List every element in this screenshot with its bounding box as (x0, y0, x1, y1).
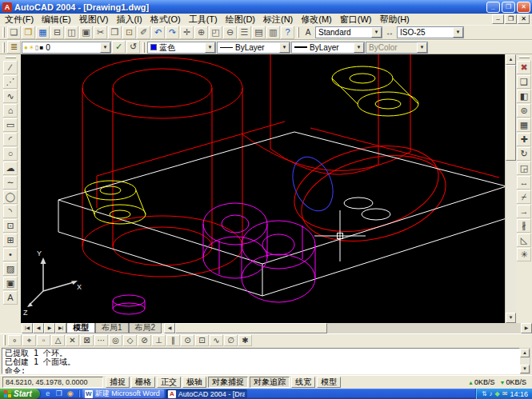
polygon-icon[interactable]: ⌂ (3, 104, 18, 118)
quicklaunch-ie-icon[interactable]: e (43, 389, 53, 398)
toolbar-grip[interactable] (297, 27, 299, 38)
start-button[interactable]: Start (0, 389, 40, 399)
trim-icon[interactable]: ⌿ (517, 190, 531, 204)
drawing-area[interactable]: Y X Z (21, 54, 505, 323)
text-style-combo[interactable]: Standard ▼ (315, 26, 382, 38)
snap-tangent-icon[interactable]: ⊘ (138, 335, 151, 346)
scroll-right-button[interactable]: ▶ (521, 323, 532, 333)
menu-draw[interactable]: 绘图(D) (222, 14, 259, 25)
snap-extension-icon[interactable]: ⋯ (94, 335, 108, 346)
arc-icon[interactable]: ◜ (3, 133, 18, 146)
tab-model[interactable]: 模型 (66, 323, 95, 333)
chevron-down-icon[interactable]: ▼ (453, 27, 463, 38)
offset-icon[interactable]: ⊚ (517, 104, 531, 118)
menu-edit[interactable]: 编辑(E) (38, 14, 75, 25)
break-icon[interactable]: ∦ (517, 219, 531, 233)
chevron-down-icon[interactable]: ▼ (354, 42, 364, 53)
command-prompt[interactable]: 命令: (5, 366, 517, 374)
toolbar-grip[interactable] (142, 42, 145, 53)
plot-icon[interactable]: ⊟ (50, 26, 64, 39)
menu-window[interactable]: 窗口(W) (336, 14, 376, 25)
construction-line-icon[interactable]: ⋰ (3, 75, 18, 89)
revision-cloud-icon[interactable]: ☁ (3, 162, 18, 175)
properties-icon[interactable]: ☰ (238, 26, 251, 39)
circle-icon[interactable]: ○ (3, 147, 18, 161)
menu-view[interactable]: 视图(V) (75, 14, 113, 25)
temporary-track-point-icon[interactable]: ∘ (8, 335, 22, 346)
explode-icon[interactable]: ✳ (517, 248, 531, 261)
snap-quadrant-icon[interactable]: ◇ (123, 335, 137, 346)
vertical-scrollbar[interactable]: ▲ ▼ (505, 54, 516, 323)
scroll-down-button[interactable]: ▼ (506, 313, 516, 323)
model-toggle[interactable]: 模型 (317, 377, 341, 388)
point-icon[interactable]: • (3, 248, 18, 261)
command-text-area[interactable]: 已提取 1 个环。已创建 1 个面域。 命令: (2, 348, 520, 374)
zoom-previous-icon[interactable]: ⊖ (223, 26, 237, 39)
toolbar-grip[interactable] (519, 56, 530, 58)
snap-intersection-icon[interactable]: ✕ (66, 335, 79, 346)
hatch-icon[interactable]: ▨ (3, 262, 18, 276)
scroll-left-button[interactable]: ◀ (164, 323, 175, 333)
vertical-scrollbar-thumb[interactable] (506, 65, 516, 161)
scrollbar-track[interactable] (327, 323, 521, 333)
erase-icon[interactable]: ✖ (517, 61, 531, 74)
snap-toggle[interactable]: 捕捉 (106, 377, 130, 388)
stretch-icon[interactable]: ↔ (517, 176, 531, 190)
layer-combo[interactable]: ●☀▯■ 0 ▼ (22, 42, 111, 54)
snap-center-icon[interactable]: ◎ (109, 335, 122, 346)
otrack-toggle[interactable]: 对象追踪 (250, 377, 290, 388)
chevron-down-icon[interactable]: ▼ (100, 42, 110, 53)
toolbar-grip[interactable] (3, 335, 6, 345)
copy-icon[interactable]: ❒ (108, 26, 122, 39)
ellipse-arc-icon[interactable]: ◝ (3, 205, 18, 218)
command-scrollbar[interactable]: ▲ ▼ (520, 348, 530, 374)
close-button[interactable]: ✕ (517, 2, 530, 13)
array-icon[interactable]: ▦ (517, 118, 531, 132)
move-icon[interactable]: ✚ (517, 133, 531, 146)
tab-layout2[interactable]: 布局2 (129, 323, 162, 333)
mdi-restore-button[interactable]: ❐ (505, 14, 517, 24)
horizontal-scrollbar-thumb[interactable] (175, 323, 327, 333)
toolbar-grip[interactable] (2, 42, 5, 53)
designcenter-icon[interactable]: ▤ (252, 26, 266, 39)
snap-endpoint-icon[interactable]: ▫ (37, 335, 50, 346)
horizontal-scrollbar[interactable]: ◀ ▶ (164, 323, 532, 333)
linetype-combo[interactable]: ByLayer ▼ (217, 42, 290, 54)
chevron-down-icon[interactable]: ▼ (279, 42, 290, 53)
menu-help[interactable]: 帮助(H) (376, 14, 414, 25)
scrollbar-track[interactable] (520, 357, 530, 365)
line-icon[interactable]: ∕ (3, 61, 18, 74)
dim-style-combo[interactable]: ISO-25 ▼ (397, 26, 464, 38)
match-properties-icon[interactable]: ✐ (137, 26, 150, 39)
snap-insert-icon[interactable]: ⊡ (195, 335, 209, 346)
make-block-icon[interactable]: ⊞ (3, 233, 18, 247)
chevron-down-icon[interactable]: ▼ (205, 42, 215, 53)
layer-previous-icon[interactable]: ↺ (126, 41, 140, 54)
save-icon[interactable]: ▦ (36, 26, 50, 39)
task-word-document[interactable]: W新建 Microsoft Word ... (82, 389, 164, 398)
open-icon[interactable]: ❐ (22, 26, 35, 39)
quicklaunch-media-player-icon[interactable]: ◉ (66, 389, 75, 398)
mdi-minimize-button[interactable]: – (492, 14, 504, 24)
help-icon[interactable]: ? (281, 26, 294, 39)
tool-palettes-icon[interactable]: ▥ (266, 26, 280, 39)
snap-parallel-icon[interactable]: ∥ (166, 335, 180, 346)
toolbar-grip[interactable] (2, 27, 5, 38)
region-icon[interactable]: ▣ (3, 277, 18, 290)
menu-format[interactable]: 格式(O) (146, 14, 185, 25)
menu-tools[interactable]: 工具(T) (185, 14, 222, 25)
rotate-icon[interactable]: ↻ (517, 147, 531, 161)
tab-scroll-first-button[interactable]: |◀ (22, 323, 33, 333)
mirror-icon[interactable]: ◧ (517, 90, 531, 103)
osnap-toggle[interactable]: 对象捕捉 (208, 377, 248, 388)
osnap-settings-icon[interactable]: ✱ (238, 335, 252, 346)
grid-toggle[interactable]: 栅格 (131, 377, 155, 388)
zoom-realtime-icon[interactable]: ⊕ (194, 26, 208, 39)
copy-object-icon[interactable]: ❑ (517, 75, 531, 89)
minimize-button[interactable]: _ (486, 2, 500, 13)
mdi-close-button[interactable]: ✕ (518, 14, 530, 24)
menu-insert[interactable]: 插入(I) (112, 14, 146, 25)
cut-icon[interactable]: ✂ (94, 26, 107, 39)
zoom-window-icon[interactable]: ◰ (209, 26, 222, 39)
tab-scroll-prev-button[interactable]: ◀ (33, 323, 44, 333)
